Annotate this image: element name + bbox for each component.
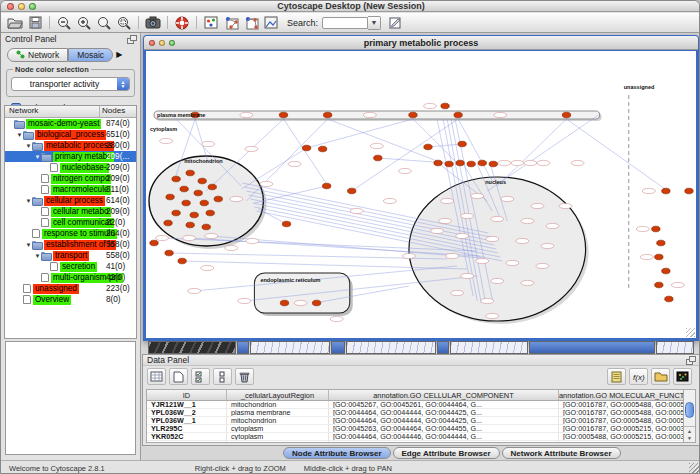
graph-node[interactable] <box>182 200 190 206</box>
table-column-header[interactable]: _cellularLayoutRegion <box>227 390 329 400</box>
tree-row[interactable]: ▼establishment of lo558(0) <box>5 239 136 250</box>
tab-network[interactable]: Network <box>7 48 68 62</box>
graph-node[interactable] <box>194 190 202 196</box>
graph-node[interactable] <box>190 212 198 218</box>
data-panel-float-icon[interactable] <box>686 356 695 364</box>
tree-row[interactable]: cell communicat22(0) <box>5 217 136 228</box>
tree-row[interactable]: mosaic-demo-yeast874(0) <box>5 118 136 129</box>
graph-node[interactable] <box>150 240 158 246</box>
tree-row[interactable]: cellular metabo209(0) <box>5 206 136 217</box>
search-input[interactable] <box>322 17 368 29</box>
table-row[interactable]: YPL036W__1mitochondrion[GO:0044464, GO:0… <box>147 417 683 425</box>
graph-node[interactable] <box>685 188 693 194</box>
zoom-selected-region-icon[interactable] <box>114 14 134 31</box>
tab-mosaic[interactable]: Mosaic <box>68 48 113 62</box>
attribute-matrix-icon[interactable] <box>673 368 692 385</box>
minimized-window-fragment[interactable] <box>237 341 249 354</box>
graph-node[interactable] <box>458 141 466 147</box>
tree-row[interactable]: ▼metabolic process280(0) <box>5 140 136 151</box>
graph-node[interactable] <box>467 161 475 167</box>
save-session-icon[interactable] <box>25 14 45 31</box>
zoom-fit-content-icon[interactable] <box>94 14 114 31</box>
minimized-window-fragment[interactable] <box>346 341 436 354</box>
attribute-editor-icon[interactable] <box>607 368 626 385</box>
graph-node[interactable] <box>662 188 670 194</box>
graph-node[interactable] <box>655 254 663 260</box>
graph-node[interactable] <box>280 300 288 306</box>
graph-node[interactable] <box>178 258 186 264</box>
function-builder-icon[interactable]: f(x) <box>629 368 648 385</box>
tree-row[interactable]: multi-organism pro42(0) <box>5 272 136 283</box>
vizmapper-icon[interactable] <box>201 14 221 31</box>
delete-attribute-icon[interactable] <box>235 368 254 385</box>
scroll-up-icon[interactable]: ▲ <box>687 428 692 435</box>
graph-node[interactable] <box>662 268 670 274</box>
graph-node[interactable] <box>302 145 310 151</box>
graph-node[interactable] <box>652 226 660 232</box>
table-row[interactable]: YPL036W__2plasma membrane[GO:0044464, GO… <box>147 409 683 417</box>
graph-node[interactable] <box>441 103 449 109</box>
graph-node[interactable] <box>172 176 180 182</box>
minimized-window-fragment[interactable] <box>331 341 345 354</box>
graph-node[interactable] <box>282 221 290 227</box>
hide-selected-icon[interactable] <box>221 14 241 31</box>
graph-node[interactable] <box>208 184 216 190</box>
tree-col-network[interactable]: Network <box>5 106 100 117</box>
graph-node[interactable] <box>214 196 222 202</box>
network-canvas[interactable]: plasma membranecytoplasmmitochondrionnuc… <box>146 51 696 338</box>
minimized-window-fragment[interactable] <box>148 341 236 354</box>
tree-row[interactable]: response to stimulu264(0) <box>5 228 136 239</box>
graph-node[interactable] <box>180 186 188 192</box>
scroll-down-icon[interactable]: ▼ <box>687 435 692 442</box>
graph-node[interactable] <box>200 200 208 206</box>
help-icon[interactable] <box>172 14 192 31</box>
table-column-header[interactable]: ID <box>147 390 227 400</box>
search-dropdown-icon[interactable]: ▼ <box>368 16 381 30</box>
graph-node[interactable] <box>186 170 194 176</box>
tree-row[interactable]: ▼primary metabo209(... <box>5 151 136 162</box>
show-selected-icon[interactable] <box>241 14 261 31</box>
graph-node[interactable] <box>665 296 673 302</box>
graph-node[interactable] <box>657 240 665 246</box>
graph-node[interactable] <box>478 160 486 166</box>
graph-node[interactable] <box>409 112 417 118</box>
select-attributes-icon[interactable] <box>147 368 166 385</box>
minimized-window-fragment[interactable] <box>250 341 330 354</box>
app-resize-grip[interactable] <box>689 463 699 473</box>
graphics-details-icon[interactable] <box>261 14 281 31</box>
tree-row[interactable]: ▼transport558(0) <box>5 250 136 261</box>
graph-node[interactable] <box>202 224 210 230</box>
tree-row[interactable]: nucleobase-209(0) <box>5 162 136 173</box>
graph-node[interactable] <box>165 250 173 256</box>
create-attribute-icon[interactable] <box>169 368 188 385</box>
table-row[interactable]: YKR052Ccytoplasm[GO:0044464, GO:0044446,… <box>147 433 683 441</box>
tree-expander-icon[interactable]: ▼ <box>25 242 32 248</box>
minimized-window-fragment[interactable] <box>529 341 655 354</box>
graph-node[interactable] <box>562 112 570 118</box>
import-attributes-icon[interactable] <box>651 368 670 385</box>
graph-node[interactable] <box>206 210 214 216</box>
table-scrollbar[interactable]: ▲▼ <box>683 390 695 442</box>
graph-node[interactable] <box>456 160 464 166</box>
graph-node[interactable] <box>655 282 663 288</box>
tree-expander-icon[interactable]: ▼ <box>16 132 23 138</box>
tab-network-attribute-browser[interactable]: Network Attribute Browser <box>502 447 621 459</box>
graph-node[interactable] <box>166 194 174 200</box>
minimized-window-fragment[interactable] <box>450 341 528 354</box>
tree-expander-icon[interactable]: ▼ <box>34 154 41 160</box>
table-column-header[interactable]: annotation.GO CELLULAR_COMPONENT <box>329 390 559 400</box>
tree-row[interactable]: secretion41(0) <box>5 261 136 272</box>
attribute-checklist-icon[interactable] <box>191 368 210 385</box>
graph-node[interactable] <box>318 146 326 152</box>
graph-node[interactable] <box>323 112 331 118</box>
tree-expander-icon[interactable]: ▼ <box>25 198 32 204</box>
graph-node[interactable] <box>198 178 206 184</box>
network-window-titlebar[interactable]: primary metabolic process <box>144 36 698 50</box>
tree-row[interactable]: ▼biological_process651(0) <box>5 129 136 140</box>
graph-node[interactable] <box>434 160 442 166</box>
graph-node[interactable] <box>424 144 432 150</box>
graph-node[interactable] <box>279 112 287 118</box>
tab-overflow-icon[interactable]: ▶ <box>116 50 122 59</box>
tab-edge-attribute-browser[interactable]: Edge Attribute Browser <box>393 447 500 459</box>
graph-node[interactable] <box>164 220 172 226</box>
